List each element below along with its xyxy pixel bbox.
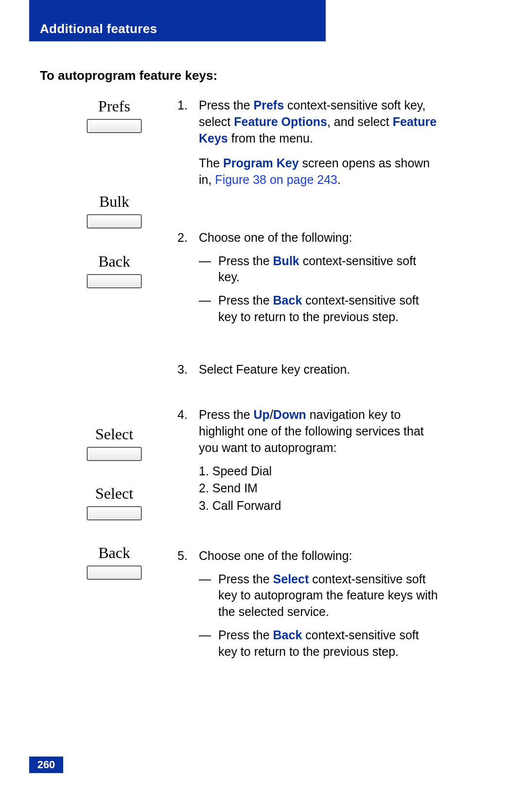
softkey-select-2: Select [66,485,163,520]
step-1-body: Press the Prefs context-sensitive soft k… [199,97,440,197]
step-5-number: 5. [177,548,199,667]
softkey-back-1-label: Back [66,253,163,271]
page: Additional features To autoprogram featu… [0,0,525,812]
step-4: 4. Press the Up/Down navigation key to h… [177,407,440,515]
softkey-prefs: Prefs [66,97,163,133]
softkey-select-1-button [87,447,141,461]
service-send-im: 2. Send IM [199,480,440,497]
service-speed-dial: 1. Speed Dial [199,463,440,480]
step-2: 2. Choose one of the following: — Press … [177,230,440,332]
step-3-number: 3. [177,361,199,378]
keyword-select: Select [273,572,309,586]
dash-icon: — [199,571,218,620]
step-1: 1. Press the Prefs context-sensitive sof… [177,97,440,197]
link-figure-38[interactable]: Figure 38 on page 243 [215,173,337,186]
step-2-number: 2. [177,230,199,332]
softkey-prefs-button [87,119,141,133]
step-5-sublist: — Press the Select context-sensitive sof… [199,571,440,660]
step-1-number: 1. [177,97,199,197]
softkey-back-1: Back [66,253,163,288]
page-number: 260 [29,757,63,773]
softkey-back-2: Back [66,544,163,579]
step-4-services: 1. Speed Dial 2. Send IM 3. Call Forward [199,463,440,514]
step-2-sub-2: — Press the Back context-sensitive soft … [199,292,440,325]
keyword-down: Down [273,408,306,421]
softkey-bulk: Bulk [66,193,163,228]
step-2-sub-1: — Press the Bulk context-sensitive soft … [199,253,440,286]
step-2-lead: Choose one of the following: [199,230,440,246]
step-4-lead: Press the Up/Down navigation key to high… [199,407,440,456]
dash-icon: — [199,627,218,660]
softkey-select-1-label: Select [66,425,163,443]
softkey-select-2-button [87,506,141,520]
step-1-para-2: The Program Key screen opens as shown in… [199,155,440,188]
keyword-back: Back [273,628,302,642]
step-3-body: Select Feature key creation. [199,361,440,378]
softkey-back-1-button [87,274,141,288]
softkey-select-2-label: Select [66,485,163,503]
keyword-program-key: Program Key [223,156,299,170]
softkey-bulk-label: Bulk [66,193,163,211]
step-4-body: Press the Up/Down navigation key to high… [199,407,440,515]
step-5-body: Choose one of the following: — Press the… [199,548,440,667]
header-title: Additional features [40,21,157,36]
step-1-para-1: Press the Prefs context-sensitive soft k… [199,97,440,146]
softkey-bulk-button [87,215,141,228]
softkey-back-2-button [87,566,141,579]
dash-icon: — [199,253,218,286]
softkey-prefs-label: Prefs [66,97,163,115]
service-call-forward: 3. Call Forward [199,498,440,514]
step-2-sublist: — Press the Bulk context-sensitive soft … [199,253,440,325]
keyword-feature-options: Feature Options [234,115,327,128]
dash-icon: — [199,292,218,325]
step-5-sub-1: — Press the Select context-sensitive sof… [199,571,440,620]
softkey-select-1: Select [66,425,163,461]
section-heading: To autoprogram feature keys: [40,68,217,83]
step-5: 5. Choose one of the following: — Press … [177,548,440,667]
keyword-prefs: Prefs [254,98,284,112]
instructions: 1. Press the Prefs context-sensitive sof… [177,97,440,677]
keyword-back: Back [273,293,302,307]
step-5-sub-2: — Press the Back context-sensitive soft … [199,627,440,660]
step-2-body: Choose one of the following: — Press the… [199,230,440,332]
softkey-back-2-label: Back [66,544,163,562]
header-bar: Additional features [29,0,326,41]
step-3: 3. Select Feature key creation. [177,361,440,378]
step-4-number: 4. [177,407,199,515]
keyword-bulk: Bulk [273,254,299,268]
step-5-lead: Choose one of the following: [199,548,440,564]
keyword-up: Up [254,408,270,421]
